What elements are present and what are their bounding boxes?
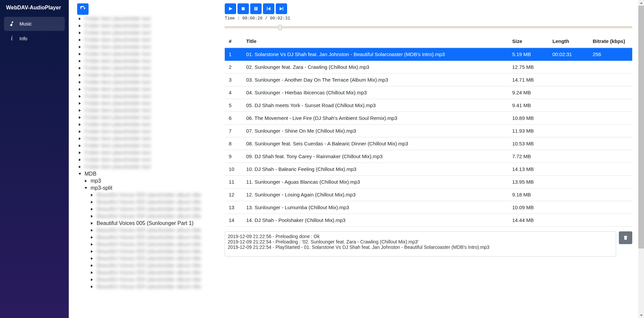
col-bitrate[interactable]: Bitrate (kbps) xyxy=(589,35,632,48)
col-length[interactable]: Length xyxy=(548,35,589,48)
clear-log-button[interactable] xyxy=(619,231,632,244)
tree-node[interactable]: Folder item placeholder text xyxy=(77,121,223,128)
chevron-right-icon[interactable] xyxy=(89,199,95,205)
table-row[interactable]: 101. Solarstone Vs DJ Shah feat. Jan Joh… xyxy=(225,48,632,61)
tree-node[interactable]: Beautiful Voices 00X placeholder album t… xyxy=(89,241,223,248)
chevron-right-icon[interactable] xyxy=(77,136,83,141)
chevron-right-icon[interactable] xyxy=(77,150,83,155)
chevron-right-icon[interactable] xyxy=(77,44,83,50)
chevron-right-icon[interactable] xyxy=(77,80,83,85)
chevron-right-icon[interactable] xyxy=(77,58,83,64)
progress-handle[interactable] xyxy=(278,25,282,30)
col-num[interactable]: # xyxy=(225,35,242,48)
tree-node[interactable]: Folder item placeholder text xyxy=(77,107,223,114)
chevron-right-icon[interactable] xyxy=(89,228,95,233)
chevron-right-icon[interactable] xyxy=(89,270,95,275)
nav-info[interactable]: i Info xyxy=(4,31,65,46)
chevron-right-icon[interactable] xyxy=(77,30,83,36)
table-row[interactable]: 404. Sunlounger - Hierbas Ibicencas (Chi… xyxy=(225,86,632,99)
col-title[interactable]: Title xyxy=(242,35,508,48)
table-row[interactable]: 303. Sunlounger - Another Day On The Ter… xyxy=(225,74,632,86)
chevron-right-icon[interactable] xyxy=(77,51,83,57)
chevron-down-icon[interactable] xyxy=(77,171,83,177)
chevron-right-icon[interactable] xyxy=(77,16,83,21)
table-row[interactable]: 808. Sunlounger feat. Seis Cuerdas - A B… xyxy=(225,137,632,150)
chevron-right-icon[interactable] xyxy=(77,23,83,29)
table-row[interactable]: 1313. Sunlounger - Lumumba (Chillout Mix… xyxy=(225,201,632,214)
chevron-right-icon[interactable] xyxy=(77,122,83,127)
chevron-right-icon[interactable] xyxy=(83,178,89,184)
chevron-right-icon[interactable] xyxy=(77,65,83,71)
chevron-right-icon[interactable] xyxy=(77,101,83,106)
chevron-right-icon[interactable] xyxy=(89,284,95,289)
chevron-right-icon[interactable] xyxy=(77,143,83,148)
tree-node[interactable]: Beautiful Voices 00X placeholder album t… xyxy=(89,192,223,198)
table-row[interactable]: 1111. Sunlounger - Aguas Blancas (Chillo… xyxy=(225,176,632,188)
tree-node[interactable]: Folder item placeholder text xyxy=(77,44,223,50)
tree-node[interactable]: Folder item placeholder text xyxy=(77,100,223,107)
next-button[interactable] xyxy=(276,3,287,14)
tree-node[interactable]: Folder item placeholder text xyxy=(77,58,223,64)
tree-node[interactable]: Folder item placeholder text xyxy=(77,114,223,121)
tree-node[interactable]: Folder item placeholder text xyxy=(77,79,223,86)
tree-node[interactable]: Beautiful Voices 00X placeholder album t… xyxy=(89,206,223,213)
tree-node[interactable]: Folder item placeholder text xyxy=(77,51,223,57)
col-size[interactable]: Size xyxy=(508,35,548,48)
tree-node[interactable]: Folder item placeholder text xyxy=(77,135,223,142)
tree-node[interactable]: mp3-split xyxy=(83,185,223,191)
table-row[interactable]: 606. The Movement - Live Fire (DJ Shah's… xyxy=(225,112,632,125)
scroll-thumb[interactable] xyxy=(638,0,644,248)
chevron-right-icon[interactable] xyxy=(77,94,83,99)
table-row[interactable]: 1212. Sunlounger - Losing Again (Chillou… xyxy=(225,188,632,201)
refresh-button[interactable] xyxy=(77,3,89,15)
chevron-right-icon[interactable] xyxy=(89,207,95,212)
chevron-right-icon[interactable] xyxy=(77,73,83,78)
tree-node[interactable]: Folder item placeholder text xyxy=(77,128,223,135)
tree-node[interactable]: MDB xyxy=(77,171,223,177)
tree-node[interactable]: Beautiful Voices 00X placeholder album t… xyxy=(89,276,223,283)
chevron-right-icon[interactable] xyxy=(89,242,95,247)
tree-node[interactable]: Beautiful Voices 00X placeholder album t… xyxy=(89,227,223,234)
chevron-right-icon[interactable] xyxy=(77,157,83,163)
table-row[interactable]: 1010. DJ Shah - Balearic Feeling (Chillo… xyxy=(225,163,632,176)
chevron-right-icon[interactable] xyxy=(89,214,95,219)
tree-node[interactable]: Folder item placeholder text xyxy=(77,22,223,29)
chevron-right-icon[interactable] xyxy=(77,164,83,170)
tree-node[interactable]: Folder item placeholder text xyxy=(77,93,223,100)
tree-node[interactable]: Folder item placeholder text xyxy=(77,86,223,93)
table-row[interactable]: 202. Sunlounger feat. Zara - Crawling (C… xyxy=(225,61,632,74)
prev-button[interactable] xyxy=(263,3,274,14)
chevron-down-icon[interactable] xyxy=(83,185,89,191)
chevron-right-icon[interactable] xyxy=(77,87,83,92)
chevron-right-icon[interactable] xyxy=(89,277,95,282)
chevron-right-icon[interactable] xyxy=(89,221,95,226)
tree-node[interactable]: Beautiful Voices 00X placeholder album t… xyxy=(89,234,223,241)
tree-node[interactable]: Beautiful Voices 00X placeholder album t… xyxy=(89,213,223,220)
tree-node[interactable]: Folder item placeholder text xyxy=(77,142,223,149)
table-row[interactable]: 505. DJ Shah meets York - Sunset Road (C… xyxy=(225,99,632,112)
tree-node[interactable]: Folder item placeholder text xyxy=(77,72,223,79)
table-row[interactable]: 909. DJ Shah feat. Tony Carey - Rainmake… xyxy=(225,150,632,163)
tree-node[interactable]: Beautiful Voices 00X placeholder album t… xyxy=(89,262,223,269)
tree-node[interactable]: Beautiful Voices 00X placeholder album t… xyxy=(89,283,223,290)
pause-button[interactable] xyxy=(250,3,262,14)
chevron-right-icon[interactable] xyxy=(89,249,95,254)
chevron-right-icon[interactable] xyxy=(89,256,95,261)
table-row[interactable]: 1414. DJ Shah - Poolshaker (Chillout Mix… xyxy=(225,214,632,227)
chevron-right-icon[interactable] xyxy=(89,192,95,198)
tree-node[interactable]: Beautiful Voices 00X placeholder album t… xyxy=(89,199,223,206)
table-row[interactable]: 707. Sunlounger - Shine On Me (Chillout … xyxy=(225,125,632,137)
scroll-up-button[interactable] xyxy=(638,0,644,6)
play-button[interactable] xyxy=(225,3,236,14)
tree-node[interactable]: Folder item placeholder text xyxy=(77,65,223,72)
chevron-right-icon[interactable] xyxy=(89,235,95,240)
chevron-right-icon[interactable] xyxy=(77,129,83,134)
chevron-right-icon[interactable] xyxy=(89,263,95,268)
tree-node[interactable]: Folder item placeholder text xyxy=(77,15,223,22)
tree-node[interactable]: Folder item placeholder text xyxy=(77,37,223,43)
tree-node[interactable]: Beautiful Voices 00X placeholder album t… xyxy=(89,255,223,262)
stop-button[interactable] xyxy=(237,3,249,14)
chevron-right-icon[interactable] xyxy=(77,115,83,120)
tree-node[interactable]: Folder item placeholder text xyxy=(77,149,223,156)
tree-node[interactable]: Beautiful Voices 00X placeholder album t… xyxy=(89,248,223,255)
